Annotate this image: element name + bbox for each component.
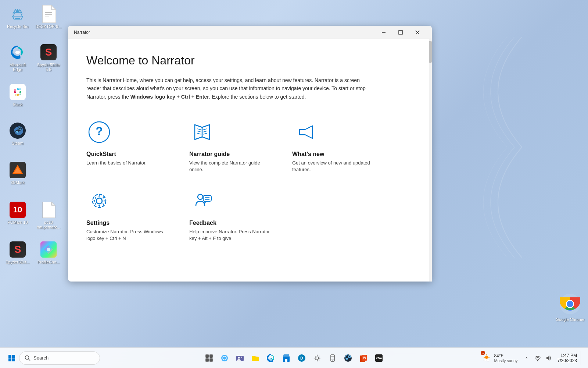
search-label: Search (33, 355, 49, 361)
minimize-button[interactable] (375, 26, 392, 38)
svg-rect-45 (12, 355, 15, 358)
svg-rect-41 (203, 195, 211, 201)
steam-taskbar-icon (344, 354, 352, 362)
svg-rect-53 (209, 358, 213, 362)
svg-rect-47 (12, 358, 15, 361)
volume-icon[interactable] (544, 351, 554, 365)
slack-logo (12, 86, 24, 98)
desktop-icon-recycle-bin[interactable]: Recycle Bin (3, 3, 32, 31)
taskbar: Search (0, 347, 588, 368)
weather-info: 84°F Mostly sunny (494, 353, 517, 363)
taskbar-settings[interactable] (310, 351, 325, 365)
card-whats-new[interactable]: What’s new Get an overview of new and up… (292, 119, 373, 173)
svg-rect-4 (14, 89, 16, 91)
desktop-icon-chrome[interactable]: Google Chrome (556, 292, 584, 322)
desktop-icon-spyder5elite[interactable]: S Spyder5Elite 5.5 (34, 41, 63, 74)
card-quickstart[interactable]: ? QuickStart Learn the basics of Narrato… (86, 119, 167, 173)
network-icon[interactable] (533, 351, 543, 365)
weather-widget[interactable]: 1 84°F Mostly sunny (479, 349, 520, 367)
clock-date: 7/20/2023 (557, 358, 577, 363)
svg-point-54 (221, 355, 228, 361)
svg-rect-7 (19, 91, 21, 93)
svg-point-39 (96, 198, 102, 204)
clock-area[interactable]: 1:47 PM 7/20/2023 (555, 348, 580, 368)
window-titlebar: Narrator (68, 26, 432, 39)
start-button[interactable] (4, 351, 19, 365)
desktop-icon-slack[interactable]: Slack (3, 81, 32, 109)
store-icon (282, 354, 291, 362)
svg-rect-50 (205, 354, 209, 358)
svg-rect-5 (17, 88, 19, 90)
narrator-guide-icon-container (189, 119, 215, 145)
svg-rect-3 (14, 91, 16, 93)
weather-temp: 84°F (494, 353, 517, 358)
svg-line-31 (197, 133, 201, 134)
taskbar-taskview[interactable] (202, 351, 216, 365)
card-settings[interactable]: Settings Customize Narrator. Press Windo… (86, 188, 167, 242)
svg-rect-64 (331, 355, 334, 361)
cortana-icon (220, 354, 229, 362)
desktop-icon-pcmark10[interactable]: 10 PCMark 10 (3, 199, 32, 227)
svg-rect-51 (209, 354, 213, 358)
whats-new-desc: Get an overview of new and updated featu… (292, 160, 373, 173)
taskbar-store[interactable] (279, 351, 294, 365)
svg-text:?: ? (96, 124, 103, 138)
cards-grid: ? QuickStart Learn the basics of Narrato… (86, 119, 413, 242)
svg-text:W: W (363, 356, 366, 360)
show-desktop-button[interactable] (581, 351, 584, 365)
desktop-icon-steam[interactable]: Steam (3, 120, 32, 148)
minimize-icon (381, 30, 386, 35)
teams-icon (236, 354, 244, 362)
taskbar-office[interactable]: W (356, 351, 371, 365)
quickstart-icon-container: ? (86, 119, 112, 145)
svg-rect-8 (19, 93, 21, 95)
settings-title: Settings (86, 220, 167, 226)
weather-badge: 1 (481, 351, 485, 355)
desktop-icon-spyder2[interactable]: S Spyder5Elit... (3, 238, 32, 267)
svg-line-30 (197, 131, 201, 132)
settings-taskbar-icon (313, 354, 322, 362)
taskbar-teams[interactable] (233, 351, 247, 365)
scrollbar-track[interactable] (429, 39, 432, 282)
svg-point-17 (47, 248, 50, 251)
taskbar-icon-unknown[interactable]: XDA (372, 351, 386, 365)
whats-new-title: What’s new (292, 151, 373, 158)
taskbar-phone-link[interactable] (325, 351, 340, 365)
desktop-icon-profilecho[interactable]: ProfileCho... (34, 238, 63, 267)
taskbar-dell[interactable]: D (294, 351, 309, 365)
quickstart-desc: Learn the basics of Narrator. (86, 160, 167, 166)
steam-logo (12, 125, 24, 137)
settings-desc: Customize Narrator. Press Windows logo k… (86, 229, 167, 242)
desktop-icon-edge[interactable]: Microsoft Edge (3, 41, 32, 74)
desktop-icon-pc10bat[interactable]: pc10 bat.pcmark... (34, 199, 63, 232)
narrator-description: This is Narrator Home, where you can get… (86, 76, 366, 101)
taskbar-cortana[interactable] (217, 351, 232, 365)
taskbar-explorer[interactable] (248, 351, 263, 365)
card-narrator-guide[interactable]: Narrator guide View the complete Narrato… (189, 119, 270, 173)
close-button[interactable] (409, 26, 426, 38)
card-feedback[interactable]: Feedback Help improve Narrator. Press Na… (189, 188, 270, 242)
close-icon (415, 30, 420, 35)
scrollbar-thumb[interactable] (429, 41, 432, 63)
edge-taskbar-icon (266, 354, 275, 362)
desktop-icon-3dmark[interactable]: 3DMark (3, 159, 32, 187)
taskbar-edge[interactable] (263, 351, 278, 365)
megaphone-icon (292, 119, 318, 145)
svg-point-58 (241, 357, 242, 358)
feedback-title: Feedback (189, 220, 270, 226)
recycle-icon (10, 6, 26, 22)
desktop-icon-desktop9[interactable]: DESKTOP-9... (34, 3, 63, 31)
edge-icon (10, 44, 26, 60)
narrator-guide-title: Narrator guide (189, 151, 270, 158)
whats-new-icon-container (292, 119, 318, 145)
svg-text:D: D (300, 356, 303, 360)
book-icon (189, 119, 215, 145)
search-bar[interactable]: Search (19, 351, 100, 365)
settings-icon-container (86, 188, 112, 214)
maximize-button[interactable] (392, 26, 409, 38)
tray-overflow-button[interactable]: ∧ (521, 351, 532, 365)
decorative-wave (456, 37, 529, 258)
taskbar-steam[interactable] (341, 351, 355, 365)
svg-line-32 (203, 129, 207, 130)
svg-rect-23 (399, 31, 402, 34)
